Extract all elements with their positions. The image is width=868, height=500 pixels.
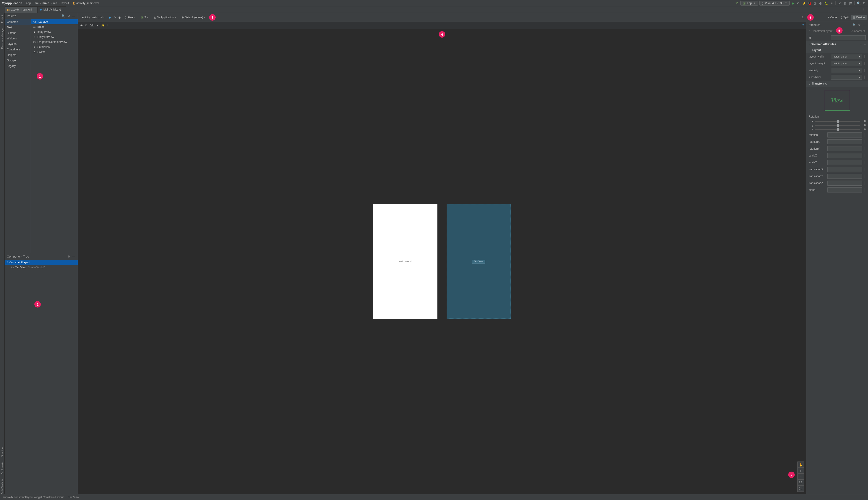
avd-icon[interactable]: ▯ (843, 1, 847, 5)
tree-node-textview[interactable]: Ab TextView "Hello World!" (4, 265, 78, 270)
slider-z[interactable]: z 0 (806, 127, 868, 132)
attach-icon[interactable]: 🐛 (824, 1, 828, 5)
rail-project[interactable]: Project (1, 15, 4, 23)
device-dropdown[interactable]: ▯ Pixel 4 API 30 ▼ (760, 1, 790, 6)
clear-constraints-icon[interactable]: ✕ (96, 24, 99, 27)
attr-input-scaley[interactable] (827, 160, 862, 165)
slider-track[interactable] (815, 129, 860, 130)
stop-icon[interactable]: ■ (830, 1, 834, 5)
breadcrumb-item[interactable]: src (35, 1, 38, 5)
minimize-icon[interactable]: — (863, 23, 866, 26)
attr-input-id[interactable] (831, 35, 866, 40)
debug-bug-icon[interactable]: 🐞 (808, 1, 812, 5)
coverage-icon[interactable]: ◐ (819, 1, 823, 5)
breadcrumb-item[interactable]: main (42, 1, 49, 5)
attr-input-scalex[interactable] (827, 153, 862, 158)
palette-cat-containers[interactable]: Containers (4, 47, 31, 52)
bind-icon[interactable]: ⎮ (864, 168, 866, 171)
slider-thumb[interactable] (837, 120, 839, 123)
design-surface[interactable]: 4 Hello World! TextView 7 ✋ + − 1:1 ⛶ (78, 29, 806, 494)
close-icon[interactable]: × (62, 8, 64, 11)
search-icon[interactable]: 🔍 (61, 14, 65, 18)
slider-y[interactable]: y 0 (806, 123, 868, 127)
bind-icon[interactable]: ⎮ (864, 55, 866, 58)
default-margin[interactable]: 0dp (90, 24, 94, 27)
add-icon[interactable]: + (860, 43, 862, 46)
bind-icon[interactable]: ⎮ (864, 189, 866, 192)
attr-select-tools-visibility[interactable]: ▾ (831, 75, 862, 80)
tab-mainactivity[interactable]: ◆ MainActivity.kt × (37, 7, 66, 13)
device-blueprint[interactable]: TextView (447, 204, 511, 319)
tab-activity-main[interactable]: ◧ activity_main.xml × (4, 7, 37, 13)
bind-icon[interactable]: ⎮ (864, 69, 866, 72)
search-icon[interactable]: 🔍 (857, 1, 861, 5)
magnet-icon[interactable]: ⧉ (85, 24, 87, 27)
attr-section-layout[interactable]: ⌄ Layout (806, 47, 868, 53)
gear-icon[interactable]: ⚙ (67, 14, 70, 18)
view-code-button[interactable]: ≡ Code (826, 15, 839, 20)
status-type[interactable]: androidx.constraintlayout.widget.Constra… (3, 496, 64, 499)
attr-input-rotationy[interactable] (827, 146, 862, 151)
bind-icon[interactable]: ⎮ (864, 62, 866, 65)
bind-icon[interactable]: ⎮ (864, 147, 866, 150)
device-dropdown[interactable]: ▯ Pixel▾ (124, 15, 137, 20)
attr-input-rotation[interactable] (827, 133, 862, 137)
gear-icon[interactable]: ⚙ (858, 23, 861, 26)
hammer-build-icon[interactable]: ⚒ (735, 1, 739, 5)
bind-icon[interactable]: ⎮ (864, 76, 866, 79)
remove-icon[interactable]: − (864, 43, 866, 46)
view-design-button[interactable]: ▦ Design (851, 15, 867, 20)
tab-overflow-icon[interactable]: ⋮ (862, 7, 868, 13)
minimize-icon[interactable]: — (72, 255, 76, 258)
infer-constraints-icon[interactable]: ✨ (101, 24, 104, 27)
apply-changes-icon[interactable]: ⟳ (797, 1, 801, 5)
zoom-in-icon[interactable]: + (798, 468, 803, 474)
breadcrumb-item[interactable]: activity_main.xml (76, 1, 99, 5)
palette-item-scrollview[interactable]: ≡ ScrollView (31, 44, 78, 49)
attr-select-visibility[interactable]: ▾ (831, 68, 862, 73)
bind-icon[interactable]: ⎮ (864, 174, 866, 178)
blueprint-textview[interactable]: TextView (472, 260, 485, 263)
tree-node-constraintlayout[interactable]: ⎍ ConstraintLayout (4, 260, 78, 265)
attr-section-transforms[interactable]: ⌄ Transforms (806, 81, 868, 87)
close-icon[interactable]: × (33, 8, 35, 11)
zoom-expand-icon[interactable]: ⛶ (798, 486, 803, 491)
gear-icon[interactable]: ⚙ (67, 255, 70, 258)
zoom-out-icon[interactable]: − (798, 474, 803, 480)
orientation-icon[interactable]: ⟲ (113, 16, 116, 19)
palette-item-switch[interactable]: ⊝ Switch (31, 49, 78, 55)
minimize-icon[interactable]: — (72, 14, 76, 18)
rail-resource-manager[interactable]: Resource Manager (1, 27, 4, 49)
attr-input-translationz[interactable] (827, 181, 862, 185)
slider-thumb[interactable] (837, 128, 839, 131)
palette-item-recyclerview[interactable]: ≣ RecyclerView (31, 34, 78, 39)
run-play-icon[interactable]: ▶ (791, 1, 795, 5)
help-icon[interactable]: ? (802, 24, 804, 27)
run-config-app-dropdown[interactable]: ▣ app ▼ (740, 1, 758, 6)
palette-cat-legacy[interactable]: Legacy (4, 63, 31, 69)
slider-track[interactable] (815, 121, 860, 122)
slider-track[interactable] (815, 125, 860, 126)
palette-item-textview[interactable]: Ab TextView (31, 19, 78, 24)
bind-icon[interactable]: ⎮ (864, 133, 866, 137)
palette-item-imageview[interactable]: ▲ ImageView (31, 29, 78, 34)
device-preview[interactable]: Hello World! (373, 204, 437, 319)
slider-x[interactable]: x 0 (806, 119, 868, 123)
view-split-button[interactable]: ⫿ Split (839, 15, 850, 20)
settings-gear-icon[interactable]: ⚙ (862, 1, 866, 5)
eye-icon[interactable]: 👁 (80, 24, 83, 27)
breadcrumb-item[interactable]: app (26, 1, 31, 5)
palette-cat-common[interactable]: Common (4, 19, 31, 25)
palette-cat-google[interactable]: Google (4, 58, 31, 63)
git-icon[interactable]: ⎇ (837, 1, 842, 5)
api-dropdown[interactable]: ▣ T▾ (139, 15, 149, 20)
attr-input-alpha[interactable] (827, 188, 862, 193)
profiler-icon[interactable]: ◷ (813, 1, 817, 5)
attr-select-layout-width[interactable]: match_parent▾ (831, 54, 862, 59)
breadcrumb-item[interactable]: res (53, 1, 57, 5)
palette-item-fragmentcontainer[interactable]: ▢ FragmentContainerView (31, 39, 78, 44)
file-dropdown[interactable]: activity_main.xml▾ (80, 15, 106, 20)
search-icon[interactable]: 🔍 (853, 23, 856, 26)
surface-mode-icon[interactable]: ◆ (108, 16, 111, 19)
attr-section-declared[interactable]: › Declared Attributes + − (806, 41, 868, 47)
